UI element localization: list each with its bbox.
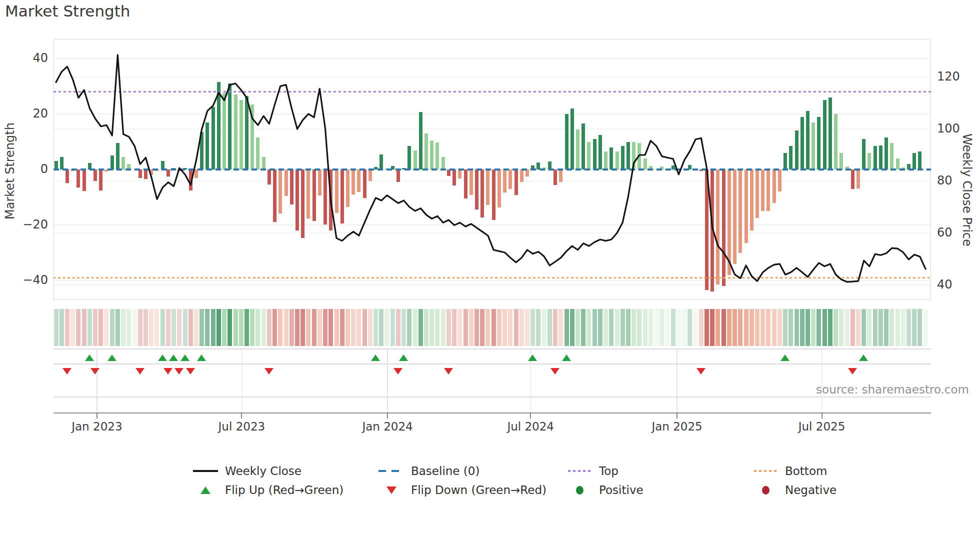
strength-bar: [301, 170, 304, 238]
heatmap-cell: [256, 309, 260, 346]
heatmap-cell: [295, 309, 300, 346]
strength-bar: [912, 153, 916, 170]
strength-bar: [828, 98, 832, 170]
heatmap-cell: [418, 309, 423, 346]
heatmap-cell: [216, 309, 221, 346]
flip-up-marker: [399, 354, 408, 361]
heatmap-cell: [132, 309, 137, 346]
legend-item-baseline-0-: Baseline (0): [378, 464, 480, 478]
strength-bar: [442, 157, 445, 170]
heatmap-cell: [918, 309, 922, 346]
heatmap-cell: [615, 309, 620, 346]
strength-bar: [306, 170, 310, 218]
heatmap-cell: [806, 309, 810, 346]
heatmap-cell: [811, 309, 816, 346]
legend-item-negative: Negative: [752, 483, 836, 497]
strength-bar: [352, 170, 355, 194]
flip-down-marker: [186, 368, 195, 374]
heatmap-cell: [530, 309, 535, 346]
heatmap-cell: [654, 309, 658, 346]
heatmap-cell: [794, 309, 799, 346]
y-axis-tick-label: 0: [15, 162, 48, 176]
h-gridline: [54, 114, 931, 114]
strength-bar: [565, 114, 568, 170]
strength-bar: [312, 170, 316, 221]
strength-bar: [82, 170, 86, 191]
flip-up-marker: [371, 354, 380, 361]
legend-label: Flip Down (Green→Red): [411, 484, 546, 496]
strength-bar: [222, 93, 226, 170]
x-axis-line: [54, 412, 931, 414]
x-tick-label: Jul 2025: [798, 420, 846, 433]
heatmap-cell: [620, 309, 625, 346]
strength-bar: [616, 152, 619, 170]
heatmap-cell: [581, 309, 586, 346]
heatmap-cell: [497, 309, 502, 346]
heatmap-cell: [906, 309, 911, 346]
legend-label: Positive: [599, 484, 644, 496]
strength-bar: [110, 156, 114, 170]
heatmap-cell: [558, 309, 563, 346]
heatmap-cell: [430, 309, 434, 346]
y-axis-tick-label: 20: [15, 106, 48, 120]
strength-bar: [76, 170, 80, 188]
heatmap-cell: [144, 309, 148, 346]
legend-label: Weekly Close: [225, 464, 302, 478]
strength-bar: [324, 170, 327, 224]
strength-bar: [520, 170, 524, 182]
heatmap-cell: [65, 309, 70, 346]
heatmap-cell: [722, 309, 726, 346]
heatmap-cell: [172, 309, 176, 346]
heatmap-cell: [407, 309, 412, 346]
strength-bar: [638, 143, 641, 170]
strength-bar: [486, 170, 490, 205]
v-gridline: [96, 348, 97, 412]
flip-up-marker: [197, 354, 206, 361]
strength-bar: [526, 170, 529, 176]
heatmap-cell: [548, 309, 552, 346]
strength-bar: [492, 170, 496, 220]
heatmap-cell: [632, 309, 636, 346]
strength-bar: [189, 170, 192, 190]
strength-bar: [452, 170, 456, 186]
h-gridline: [54, 284, 931, 285]
heatmap-cell: [839, 309, 844, 346]
legend-item-top: Top: [566, 464, 618, 478]
x-tick: [676, 412, 678, 418]
heatmap-cell: [54, 309, 58, 346]
strength-bar: [570, 108, 574, 170]
strength-bar: [206, 122, 209, 170]
heatmap-cell: [306, 309, 310, 346]
heatmap-cell: [586, 309, 591, 346]
strength-bar: [273, 170, 276, 222]
circle-swatch: [752, 486, 778, 494]
heatmap-cell: [800, 309, 804, 346]
heatmap-cell: [211, 309, 216, 346]
heatmap-cell: [290, 309, 294, 346]
heatmap-cell: [648, 309, 653, 346]
strength-bar: [212, 107, 215, 170]
heatmap-cell: [694, 309, 698, 346]
heatmap-cell: [402, 309, 406, 346]
heatmap-cell: [626, 309, 630, 346]
heatmap-cell: [188, 309, 193, 346]
heatmap-cell: [300, 309, 305, 346]
strength-bar: [240, 100, 243, 170]
v-gridline: [676, 348, 677, 412]
heatmap-cell: [121, 309, 126, 346]
heatmap-cell: [60, 309, 64, 346]
line-swatch: [192, 470, 218, 472]
legend-item-positive: Positive: [566, 483, 644, 497]
heatmap-cell: [732, 309, 737, 346]
page-title: Market Strength: [5, 2, 130, 20]
strength-bar: [99, 170, 102, 190]
heatmap-cell: [671, 309, 676, 346]
heatmap-cell: [564, 309, 569, 346]
strength-bar: [806, 111, 810, 170]
y-axis-tick-label: 40: [15, 51, 48, 65]
heatmap-cell: [154, 309, 159, 346]
x-tick-label: Jul 2024: [507, 420, 554, 433]
heatmap-cell: [93, 309, 98, 346]
heatmap-cell: [480, 309, 484, 346]
heatmap-cell: [284, 309, 288, 346]
